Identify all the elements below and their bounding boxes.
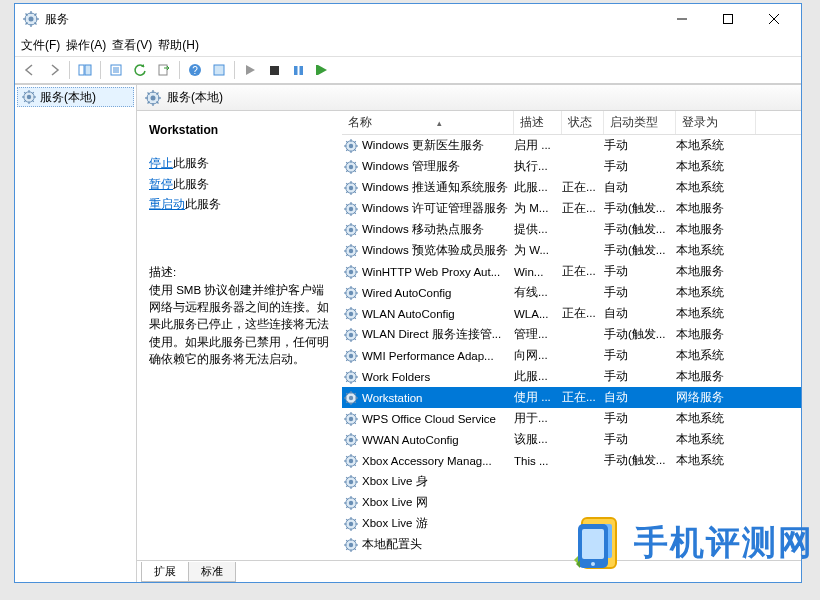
cell-start: 手动 <box>604 159 676 174</box>
start-service-button[interactable] <box>239 59 261 81</box>
cell-name: 本地配置头 <box>362 537 514 552</box>
cell-logon: 本地系统 <box>676 285 756 300</box>
tree-root-label: 服务(本地) <box>40 89 96 106</box>
cell-name: WMI Performance Adap... <box>362 350 514 362</box>
cell-name: WLAN AutoConfig <box>362 308 514 320</box>
show-hide-button[interactable] <box>74 59 96 81</box>
tab-extended[interactable]: 扩展 <box>141 562 189 582</box>
pause-link[interactable]: 暂停 <box>149 178 173 190</box>
gear-icon <box>344 496 358 510</box>
cell-desc: 有线... <box>514 285 562 300</box>
cell-desc: 该服... <box>514 432 562 447</box>
table-row[interactable]: Windows 移动热点服务提供...手动(触发...本地服务 <box>342 219 801 240</box>
gear-icon <box>145 90 161 106</box>
cell-desc: 执行... <box>514 159 562 174</box>
table-row[interactable]: Work Folders此服...手动本地服务 <box>342 366 801 387</box>
col-desc[interactable]: 描述 <box>514 111 562 134</box>
gear-icon <box>344 223 358 237</box>
gear-icon <box>344 370 358 384</box>
service-list: 名称▴ 描述 状态 启动类型 登录为 Windows 更新医生服务启用 ...手… <box>342 111 801 560</box>
table-row[interactable]: WWAN AutoConfig该服...手动本地系统 <box>342 429 801 450</box>
table-row[interactable]: WPS Office Cloud Service用于...手动本地系统 <box>342 408 801 429</box>
table-row[interactable]: Windows 更新医生服务启用 ...手动本地系统 <box>342 135 801 156</box>
app-icon <box>23 11 39 27</box>
col-name[interactable]: 名称▴ <box>342 111 514 134</box>
menu-file[interactable]: 文件(F) <box>21 37 60 54</box>
watermark-text: 手机评测网 <box>634 520 814 566</box>
menu-action[interactable]: 操作(A) <box>66 37 106 54</box>
cell-logon: 本地系统 <box>676 432 756 447</box>
table-row[interactable]: Windows 管理服务执行...手动本地系统 <box>342 156 801 177</box>
menu-help[interactable]: 帮助(H) <box>158 37 199 54</box>
services-window: 服务 文件(F) 操作(A) 查看(V) 帮助(H) ? <box>14 3 802 583</box>
cell-start: 手动(触发... <box>604 453 676 468</box>
svg-rect-11 <box>724 15 733 24</box>
table-row[interactable]: WMI Performance Adap...向网...手动本地系统 <box>342 345 801 366</box>
cell-start: 自动 <box>604 390 676 405</box>
tab-standard[interactable]: 标准 <box>188 562 236 582</box>
pause-service-button[interactable] <box>287 59 309 81</box>
cell-desc: 此服... <box>514 180 562 195</box>
close-button[interactable] <box>751 4 797 34</box>
svg-rect-15 <box>85 65 91 75</box>
table-row[interactable]: Windows 预览体验成员服务为 W...手动(触发...本地系统 <box>342 240 801 261</box>
help-button[interactable]: ? <box>184 59 206 81</box>
cell-desc: 向网... <box>514 348 562 363</box>
cell-start: 自动 <box>604 180 676 195</box>
cell-logon: 本地服务 <box>676 327 756 342</box>
gear-icon <box>344 391 358 405</box>
selected-service-name: Workstation <box>149 121 330 140</box>
titlebar[interactable]: 服务 <box>15 4 801 34</box>
table-row[interactable]: Windows 推送通知系统服务此服...正在...自动本地系统 <box>342 177 801 198</box>
menu-view[interactable]: 查看(V) <box>112 37 152 54</box>
cell-logon: 网络服务 <box>676 390 756 405</box>
col-status[interactable]: 状态 <box>562 111 604 134</box>
table-row[interactable]: Wired AutoConfig有线...手动本地系统 <box>342 282 801 303</box>
cell-logon: 本地服务 <box>676 369 756 384</box>
stop-link[interactable]: 停止 <box>149 157 173 169</box>
properties-button[interactable] <box>105 59 127 81</box>
svg-rect-23 <box>214 65 224 75</box>
table-row[interactable]: Workstation使用 ...正在...自动网络服务 <box>342 387 801 408</box>
table-row[interactable]: WLAN AutoConfigWLA...正在...自动本地系统 <box>342 303 801 324</box>
sort-asc-icon: ▴ <box>437 118 442 128</box>
cell-name: Xbox Live 游 <box>362 516 514 531</box>
cell-start: 手动(触发... <box>604 243 676 258</box>
cell-desc: 用于... <box>514 411 562 426</box>
refresh-button[interactable] <box>129 59 151 81</box>
back-button[interactable] <box>19 59 41 81</box>
cell-name: Workstation <box>362 392 514 404</box>
restart-service-button[interactable] <box>311 59 333 81</box>
tree-root-item[interactable]: 服务(本地) <box>17 87 134 107</box>
table-row[interactable]: Windows 许可证管理器服务为 M...正在...手动(触发...本地服务 <box>342 198 801 219</box>
cell-desc: 为 W... <box>514 243 562 258</box>
cell-logon: 本地系统 <box>676 138 756 153</box>
table-row[interactable]: WinHTTP Web Proxy Aut...Win...正在...手动本地服… <box>342 261 801 282</box>
cell-name: Windows 管理服务 <box>362 159 514 174</box>
cell-name: Windows 许可证管理器服务 <box>362 201 514 216</box>
stop-service-button[interactable] <box>263 59 285 81</box>
gear-icon <box>344 412 358 426</box>
forward-button[interactable] <box>43 59 65 81</box>
cell-name: WinHTTP Web Proxy Aut... <box>362 266 514 278</box>
table-row[interactable]: Xbox Accessory Manag...This ...手动(触发...本… <box>342 450 801 471</box>
col-logon[interactable]: 登录为 <box>676 111 756 134</box>
export-button[interactable] <box>153 59 175 81</box>
cell-logon: 本地系统 <box>676 243 756 258</box>
minimize-button[interactable] <box>659 4 705 34</box>
table-row[interactable]: Xbox Live 身 <box>342 471 801 492</box>
svg-rect-20 <box>159 65 167 75</box>
col-start[interactable]: 启动类型 <box>604 111 676 134</box>
maximize-button[interactable] <box>705 4 751 34</box>
cell-status: 正在... <box>562 390 604 405</box>
watermark: 手机评测网 <box>572 514 814 572</box>
cell-start: 手动 <box>604 285 676 300</box>
cell-logon: 本地系统 <box>676 180 756 195</box>
column-headers[interactable]: 名称▴ 描述 状态 启动类型 登录为 <box>342 111 801 135</box>
cell-start: 手动(触发... <box>604 222 676 237</box>
table-row[interactable]: Xbox Live 网 <box>342 492 801 513</box>
gear-icon <box>344 181 358 195</box>
table-row[interactable]: WLAN Direct 服务连接管...管理...手动(触发...本地服务 <box>342 324 801 345</box>
restart-link[interactable]: 重启动 <box>149 198 185 210</box>
props-button[interactable] <box>208 59 230 81</box>
